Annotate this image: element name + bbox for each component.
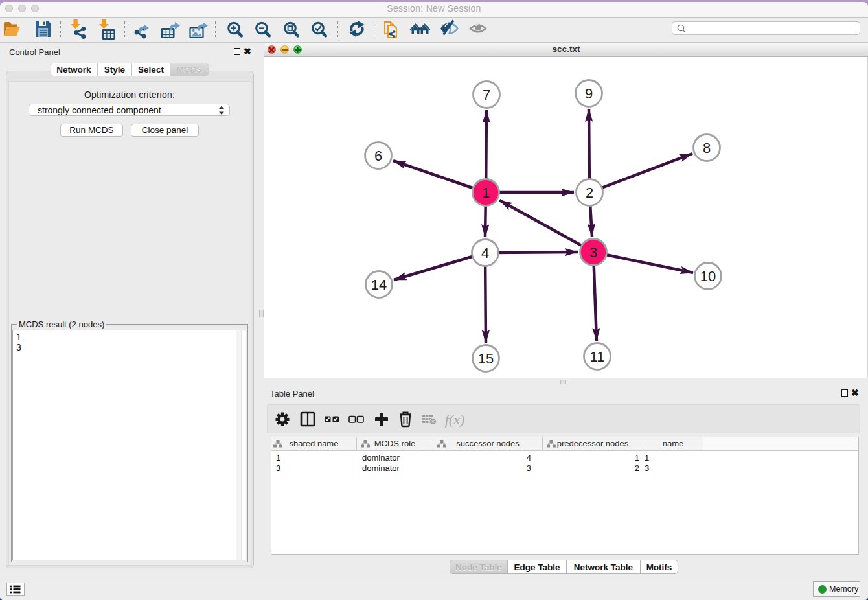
svg-text:3: 3 [589, 244, 597, 260]
svg-text:8: 8 [703, 140, 711, 156]
svg-text:f(x): f(x) [445, 411, 465, 428]
svg-text:11: 11 [590, 349, 605, 365]
svg-text:2: 2 [586, 185, 593, 201]
svg-text:10: 10 [700, 268, 716, 284]
svg-text:6: 6 [374, 148, 382, 164]
svg-text:9: 9 [585, 86, 593, 102]
svg-text:7: 7 [483, 87, 490, 103]
svg-text:15: 15 [478, 351, 494, 367]
svg-text:4: 4 [481, 245, 489, 261]
svg-text:1: 1 [482, 185, 490, 201]
svg-text:14: 14 [371, 277, 387, 293]
